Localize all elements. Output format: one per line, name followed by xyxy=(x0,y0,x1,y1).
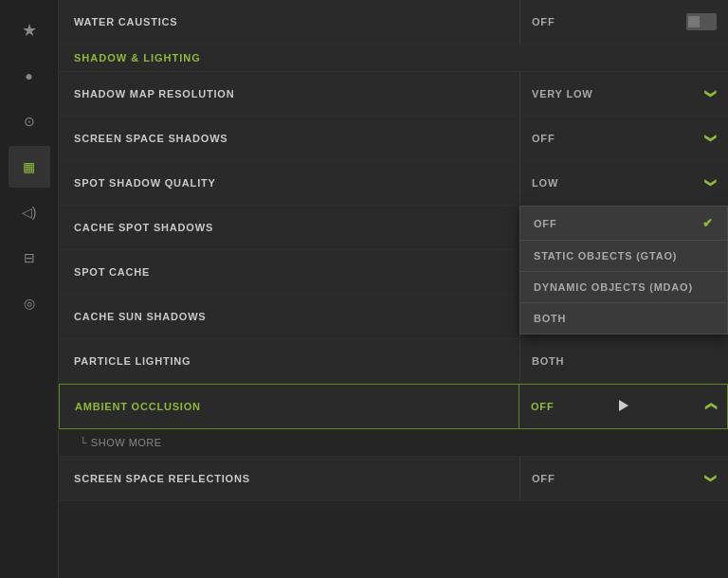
sidebar-item-display[interactable]: ⊟ xyxy=(9,237,50,279)
sidebar-item-network[interactable]: ◎ xyxy=(9,282,50,324)
shadow-map-resolution-row: SHADOW MAP RESOLUTION VERY LOW ❯ xyxy=(59,72,728,117)
shadow-lighting-label: SHADOW & LIGHTING xyxy=(74,52,201,63)
mouse-cursor xyxy=(619,400,628,413)
show-more-label: └ SHOW MORE xyxy=(80,437,162,448)
network-icon: ◎ xyxy=(24,296,35,311)
screen-space-shadows-value[interactable]: OFF ❯ xyxy=(519,117,728,160)
dropdown-item-both[interactable]: BOTH xyxy=(520,303,727,334)
water-caustics-value[interactable]: OFF xyxy=(519,0,728,44)
water-caustics-label: WATER CAUSTICS xyxy=(59,16,519,27)
sidebar-item-audio[interactable]: ◁) xyxy=(9,191,50,233)
spot-shadow-quality-value[interactable]: LOW ❯ xyxy=(519,161,728,205)
dropdown-item-both-label: BOTH xyxy=(534,313,566,324)
audio-icon: ◁) xyxy=(22,205,37,220)
water-caustics-toggle[interactable] xyxy=(686,13,717,30)
screen-space-reflections-value[interactable]: OFF ❯ xyxy=(519,457,728,500)
cache-spot-shadows-label: CACHE SPOT SHADOWS xyxy=(59,222,519,233)
particle-lighting-value[interactable]: BOTH xyxy=(519,339,728,383)
dropdown-item-static[interactable]: STATIC OBJECTS (GTAO) xyxy=(520,241,727,272)
spot-shadow-quality-row: SPOT SHADOW QUALITY LOW ❯ xyxy=(59,161,728,206)
water-caustics-text: OFF xyxy=(532,16,555,27)
particle-lighting-text: BOTH xyxy=(532,355,564,367)
shadow-lighting-section-header: SHADOW & LIGHTING xyxy=(59,45,728,72)
ambient-occlusion-row: AMBIENT OCCLUSION OFF ❯ xyxy=(59,384,728,429)
ambient-occlusion-value[interactable]: OFF ❯ xyxy=(519,385,727,428)
screen-space-shadows-chevron: ❯ xyxy=(705,134,719,144)
screen-space-shadows-row: SCREEN SPACE SHADOWS OFF ❯ xyxy=(59,117,728,161)
shadow-map-resolution-text: VERY LOW xyxy=(532,88,592,99)
screen-space-shadows-label: SCREEN SPACE SHADOWS xyxy=(59,133,519,144)
main-content: WATER CAUSTICS OFF SHADOW & LIGHTING SHA… xyxy=(59,0,728,578)
dropdown-item-off-label: OFF xyxy=(534,218,556,229)
dropdown-item-dynamic-label: DYNAMIC OBJECTS (MDAO) xyxy=(534,281,693,293)
spot-shadow-quality-chevron: ❯ xyxy=(705,178,719,189)
ambient-occlusion-label: AMBIENT OCCLUSION xyxy=(60,401,519,412)
display-icon: ⊟ xyxy=(24,250,35,265)
controller-icon: ⊙ xyxy=(24,114,35,129)
spot-shadow-quality-text: LOW xyxy=(532,177,558,189)
dropdown-item-static-label: STATIC OBJECTS (GTAO) xyxy=(534,250,677,262)
toggle-handle xyxy=(688,16,700,27)
screen-space-shadows-text: OFF xyxy=(532,133,555,144)
dropdown-item-off[interactable]: OFF ✔ xyxy=(520,207,727,241)
sidebar-item-controller[interactable]: ⊙ xyxy=(9,100,50,142)
screen-space-reflections-label: SCREEN SPACE REFLECTIONS xyxy=(59,473,519,484)
sidebar-item-graphics[interactable]: ▦ xyxy=(9,146,50,188)
sidebar-item-favorites[interactable]: ★ xyxy=(9,9,50,51)
water-caustics-row: WATER CAUSTICS OFF xyxy=(59,0,728,45)
ambient-occlusion-chevron: ❯ xyxy=(704,402,718,412)
shadow-map-resolution-value[interactable]: VERY LOW ❯ xyxy=(519,72,728,116)
dropdown-item-dynamic[interactable]: DYNAMIC OBJECTS (MDAO) xyxy=(520,272,727,303)
screen-space-reflections-chevron: ❯ xyxy=(705,474,719,484)
cache-spot-shadows-dropdown: OFF ✔ STATIC OBJECTS (GTAO) DYNAMIC OBJE… xyxy=(519,206,728,334)
check-icon: ✔ xyxy=(702,216,714,230)
star-icon: ★ xyxy=(22,20,37,41)
screen-space-reflections-row: SCREEN SPACE REFLECTIONS OFF ❯ xyxy=(59,457,728,501)
mouse-icon: ● xyxy=(25,68,32,83)
graphics-icon: ▦ xyxy=(23,159,35,174)
particle-lighting-row: PARTICLE LIGHTING BOTH xyxy=(59,339,728,384)
ambient-occlusion-text: OFF xyxy=(531,401,554,412)
screen-space-reflections-text: OFF xyxy=(532,473,555,484)
cache-sun-shadows-label: CACHE SUN SHADOWS xyxy=(59,311,519,322)
shadow-map-resolution-chevron: ❯ xyxy=(705,89,719,99)
spot-shadow-quality-label: SPOT SHADOW QUALITY xyxy=(59,177,519,189)
shadow-map-resolution-label: SHADOW MAP RESOLUTION xyxy=(59,88,519,99)
sidebar-item-mouse[interactable]: ● xyxy=(9,55,50,97)
cache-spot-shadows-row: CACHE SPOT SHADOWS OFF ❯ OFF ✔ STATIC OB… xyxy=(59,206,728,250)
sidebar: ★ ● ⊙ ▦ ◁) ⊟ ◎ xyxy=(0,0,59,578)
spot-cache-label: SPOT CACHE xyxy=(59,266,519,278)
particle-lighting-label: PARTICLE LIGHTING xyxy=(59,355,519,367)
show-more-row[interactable]: └ SHOW MORE xyxy=(59,429,728,457)
